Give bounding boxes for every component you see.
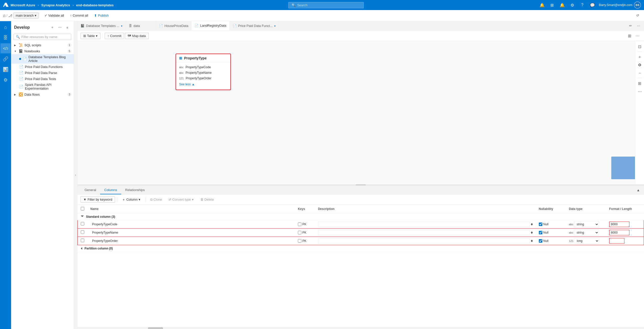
collapse-bar[interactable]: ‹ xyxy=(74,21,77,329)
row-2-type-select[interactable]: string long xyxy=(574,238,599,244)
filter-resources[interactable]: 🔍 xyxy=(14,34,71,40)
help-icon[interactable]: ? xyxy=(579,2,586,9)
tab-land-registry[interactable]: 📄 LandRegistryData xyxy=(191,21,229,30)
settings-icon[interactable]: ⚙ xyxy=(569,2,576,9)
row-1-name-input[interactable] xyxy=(90,230,292,235)
validate-all-button[interactable]: ✓ Validate all xyxy=(42,12,67,19)
commit-button[interactable]: ↑ Commit xyxy=(105,33,124,39)
sql-collapse-icon: ▶ xyxy=(14,44,18,47)
commit-all-button[interactable]: ↑ Commit all xyxy=(67,12,91,19)
more-icon[interactable]: ⋯ xyxy=(636,88,643,95)
develop-sidebar-icon[interactable]: </> xyxy=(1,43,11,53)
sidebar-item-spark-pandas[interactable]: 📄 Spark Pandas API Experimentation xyxy=(11,82,74,91)
refresh-button[interactable]: ↺ xyxy=(634,12,641,19)
map-data-label: Map data xyxy=(132,34,146,38)
row-1-type-select[interactable]: string long xyxy=(574,230,599,236)
sidebar-item-db-templates[interactable]: 📄 Database Templates Blog Article xyxy=(11,54,74,64)
convert-type-button[interactable]: ⇄ Convert type ▾ xyxy=(166,196,196,203)
row-0-name-input[interactable] xyxy=(90,222,292,227)
row-0-pk-wrapper: PK xyxy=(298,223,312,226)
sidebar-item-price-paid-tests[interactable]: 📄 Price Paid Data Tests xyxy=(11,76,74,82)
home-icon[interactable]: ⌂ xyxy=(3,13,6,18)
portal-icon[interactable]: ⊞ xyxy=(549,2,556,9)
notifications-icon[interactable]: 🔔 xyxy=(539,2,546,9)
tab-relationships[interactable]: Relationships xyxy=(121,186,149,194)
search-icon: 🔍 xyxy=(292,3,296,7)
search-input[interactable] xyxy=(297,3,360,7)
row-0-checkbox[interactable] xyxy=(81,222,84,226)
row-1-checkbox[interactable] xyxy=(81,230,84,234)
properties-icon[interactable]: ⋯ xyxy=(634,32,641,39)
row-1-desc-input[interactable] xyxy=(318,230,530,235)
see-less-button[interactable]: See less ▲ xyxy=(176,81,230,88)
branch-selector[interactable]: main branch ▾ xyxy=(13,12,39,19)
row-1-null-wrapper: Null xyxy=(539,231,563,234)
zoom-in-icon[interactable]: ＋ xyxy=(636,53,643,60)
add-column-button[interactable]: ＋ Column ▾ xyxy=(119,196,143,203)
data-sidebar-icon[interactable]: 🗄 xyxy=(1,33,11,43)
manage-sidebar-icon[interactable]: ⚙ xyxy=(1,75,11,85)
row-0-down-icon[interactable] xyxy=(531,224,533,226)
select-all-checkbox[interactable] xyxy=(81,207,84,210)
sidebar-item-notebooks[interactable]: ▼ 📓 Notebooks 5 xyxy=(11,48,74,54)
row-2-desc-input[interactable] xyxy=(318,238,530,244)
home-sidebar-icon[interactable]: ⌂ xyxy=(1,22,11,32)
tab-db-templates[interactable]: 📓 Database Templates ... ● xyxy=(77,21,126,30)
more-tabs-icon[interactable]: ⋯ xyxy=(635,22,642,29)
row-2-pk-checkbox[interactable] xyxy=(298,239,301,243)
row-2-name-input[interactable] xyxy=(90,238,292,244)
add-resource-button[interactable]: ＋ xyxy=(49,24,56,31)
search-box[interactable]: 🔍 xyxy=(288,2,364,8)
filter-input[interactable] xyxy=(21,35,69,39)
resource-actions-button[interactable]: ⋯ xyxy=(57,24,63,31)
user-name: Barry.Smart@endjin.com xyxy=(599,3,632,7)
zoom-out-icon[interactable]: － xyxy=(636,69,643,77)
edit-tab-icon[interactable]: ✏ xyxy=(627,22,634,29)
tab-house-price[interactable]: 📄 HousePriceData xyxy=(156,21,192,30)
row-1-format-input[interactable] xyxy=(609,230,629,235)
row-1-null-checkbox[interactable] xyxy=(539,231,542,234)
user-menu[interactable]: Barry.Smart@endjin.com BS xyxy=(599,2,641,9)
row-0-pk-checkbox[interactable] xyxy=(298,223,301,226)
row-2-down-icon[interactable] xyxy=(531,241,533,242)
filter-keyword-button[interactable]: ▼ Filter by keyword xyxy=(80,196,115,203)
row-0-null-checkbox[interactable] xyxy=(539,223,542,226)
publish-button[interactable]: ⬆ Publish xyxy=(91,12,111,19)
partition-section-toggle-icon[interactable] xyxy=(81,247,82,250)
sidebar-item-price-paid-parse[interactable]: 📄 Price Paid Data Parse xyxy=(11,70,74,76)
sidebar-item-data-flows[interactable]: ▶ 🔀 Data flows 3 xyxy=(11,91,74,97)
tab-columns[interactable]: Columns xyxy=(100,186,121,194)
row-1-pk-checkbox[interactable] xyxy=(298,231,301,234)
fit-view-icon[interactable]: ⊡ xyxy=(636,43,643,50)
entity-card-property-type[interactable]: ⊞ PropertyType abc PropertyTypeCode abc … xyxy=(176,54,231,90)
row-0-desc-input[interactable] xyxy=(318,222,530,227)
row-2-checkbox[interactable] xyxy=(81,239,84,242)
tab-data[interactable]: 🗄 data xyxy=(126,21,156,30)
table-button[interactable]: ⊞ Table ▾ xyxy=(80,33,100,39)
delete-column-button[interactable]: 🗑 Delete xyxy=(197,196,217,203)
row-2-format-input[interactable] xyxy=(609,238,624,244)
feedback-icon[interactable]: 💬 xyxy=(589,2,596,9)
standard-section-toggle-icon[interactable] xyxy=(81,215,84,218)
map-data-button[interactable]: 🗺 Map data xyxy=(125,33,148,39)
row-0-format-input[interactable] xyxy=(609,222,629,227)
columns-table: Name Keys Description Nullability Data t… xyxy=(77,205,644,252)
row-0-type-select[interactable]: string long integer double xyxy=(574,221,599,227)
sidebar-item-sql-scripts[interactable]: ▶ 📜 SQL scripts 1 xyxy=(11,42,74,48)
canvas-area[interactable]: ⊞ PropertyType abc PropertyTypeCode abc … xyxy=(77,41,644,184)
integrate-sidebar-icon[interactable]: 🔗 xyxy=(1,54,11,64)
row-2-null-checkbox[interactable] xyxy=(539,239,542,243)
table-view-icon[interactable]: ⊞ xyxy=(626,32,633,39)
grid-icon[interactable]: ⊞ xyxy=(636,80,643,87)
alerts-icon[interactable]: 🔔 xyxy=(559,2,566,9)
collapse-panel-button[interactable]: « xyxy=(64,24,71,31)
collapse-bottom-button[interactable]: ▲ xyxy=(635,187,641,193)
monitor-sidebar-icon[interactable]: 📊 xyxy=(1,64,11,75)
row-1-down-icon[interactable] xyxy=(531,233,533,234)
tab-price-paid-func[interactable]: 📄 Price Paid Data Funct... ● xyxy=(230,21,279,30)
scrollbar-thumb[interactable] xyxy=(148,327,163,329)
sidebar-item-price-paid-func[interactable]: 📄 Price Paid Data Functions xyxy=(11,64,74,70)
clone-button[interactable]: ⧉ Clone xyxy=(147,196,165,203)
tab-general[interactable]: General xyxy=(80,186,100,194)
bottom-scrollbar[interactable] xyxy=(77,327,644,329)
